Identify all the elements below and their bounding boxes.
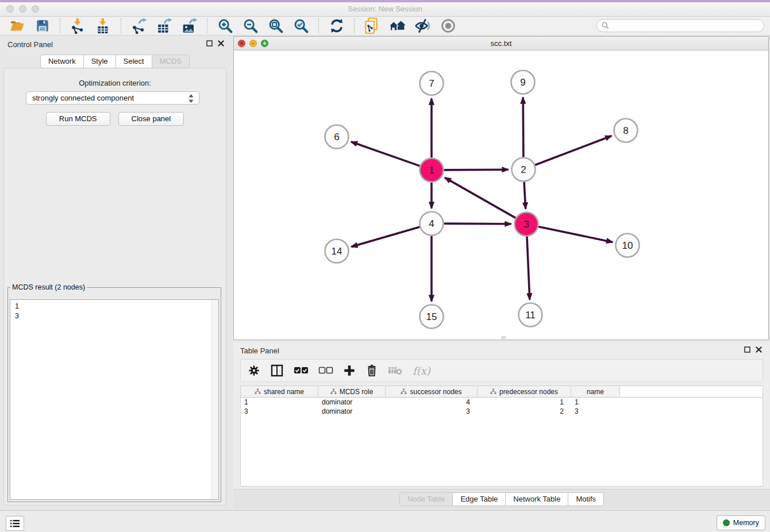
run-mcds-button[interactable]: Run MCDS	[46, 112, 110, 126]
graph-node-14[interactable]: 14	[325, 240, 349, 263]
cell-shared-name[interactable]: 3	[241, 407, 318, 416]
show-all-icon[interactable]	[438, 17, 458, 34]
cell-name[interactable]: 1	[571, 398, 620, 407]
main-toolbar	[0, 17, 770, 36]
float-table-panel-icon[interactable]	[744, 346, 750, 353]
column-header-predecessor-nodes[interactable]: predecessor nodes	[478, 386, 571, 397]
table-row[interactable]: 3dominator323	[241, 407, 763, 416]
edge-3-1[interactable]	[445, 178, 515, 218]
cell-predecessor-nodes[interactable]: 1	[478, 398, 571, 407]
column-header-mcds-role[interactable]: MCDS role	[318, 386, 386, 397]
column-visibility-icon[interactable]	[270, 362, 284, 379]
tab-select[interactable]: Select	[116, 55, 152, 68]
close-panel-button[interactable]: Close panel	[118, 112, 184, 126]
zoom-fit-icon[interactable]	[266, 17, 286, 34]
tab-network-table[interactable]: Network Table	[505, 492, 568, 506]
cell-name[interactable]: 3	[571, 407, 620, 416]
open-session-icon[interactable]	[7, 17, 27, 34]
tab-edge-table[interactable]: Edge Table	[452, 492, 506, 506]
cell-successor-nodes[interactable]: 3	[386, 407, 478, 416]
graph-node-3[interactable]: 3	[515, 213, 538, 236]
edge-2-3[interactable]	[524, 182, 526, 209]
edge-1-2[interactable]	[444, 169, 509, 170]
tab-node-table[interactable]: Node Table	[399, 492, 453, 506]
node-table[interactable]: shared nameMCDS rolesuccessor nodesprede…	[240, 385, 763, 487]
mcds-result-title: MCDS result (2 nodes)	[10, 283, 87, 291]
zoom-in-icon[interactable]	[215, 17, 235, 34]
table-row[interactable]: 1dominator411	[241, 398, 763, 407]
graph-node-4[interactable]: 4	[420, 212, 444, 236]
duplicate-network-icon[interactable]	[363, 17, 382, 34]
network-canvas[interactable]: 1234678910111415	[234, 51, 768, 340]
canvas-resize-grip[interactable]	[501, 336, 506, 339]
table-options-icon[interactable]	[248, 362, 260, 379]
delete-column-icon[interactable]	[365, 362, 378, 379]
export-network-icon[interactable]	[129, 17, 149, 34]
edge-2-9[interactable]	[523, 98, 523, 157]
graph-node-10[interactable]: 10	[616, 234, 640, 257]
task-history-button[interactable]	[6, 516, 24, 531]
svg-text:8: 8	[623, 125, 628, 136]
edge-2-8[interactable]	[535, 136, 611, 165]
graph-node-1[interactable]: 1	[420, 159, 444, 182]
hide-selected-icon[interactable]	[413, 17, 433, 34]
column-header-successor-nodes[interactable]: successor nodes	[386, 386, 478, 397]
edge-3-10[interactable]	[538, 226, 613, 242]
tab-mcds[interactable]: MCDS	[152, 55, 190, 68]
graph-node-2[interactable]: 2	[512, 158, 536, 182]
add-column-icon[interactable]	[343, 362, 356, 379]
tab-style[interactable]: Style	[83, 55, 116, 68]
zoom-selected-icon[interactable]	[291, 17, 311, 34]
edge-1-6[interactable]	[351, 142, 420, 166]
deselect-all-rows-icon[interactable]	[318, 362, 333, 379]
edge-3-11[interactable]	[527, 237, 530, 300]
memory-button[interactable]: Memory	[717, 515, 765, 530]
graph-node-8[interactable]: 8	[614, 119, 638, 142]
search-icon	[602, 22, 609, 29]
toolbar-separator	[318, 18, 319, 33]
search-field[interactable]	[596, 19, 764, 32]
search-input[interactable]	[612, 21, 764, 30]
toolbar-separator	[207, 18, 208, 33]
network-window-titlebar[interactable]: × − + scc.txt	[234, 37, 768, 51]
graph-node-9[interactable]: 9	[511, 71, 535, 94]
criterion-dropdown[interactable]: strongly connected component	[26, 91, 199, 105]
table-tabs-strip: Node TableEdge TableNetwork TableMotifs	[233, 489, 770, 509]
control-panel-tabs: NetworkStyleSelectMCDS	[0, 55, 230, 68]
select-all-rows-icon[interactable]	[294, 362, 309, 379]
tab-network[interactable]: Network	[40, 55, 84, 68]
column-header-name[interactable]: name	[571, 386, 620, 397]
cell-mcds-role[interactable]: dominator	[318, 407, 386, 416]
svg-text:7: 7	[429, 78, 434, 89]
edge-4-14[interactable]	[351, 227, 419, 247]
close-panel-icon[interactable]	[218, 40, 224, 47]
cell-successor-nodes[interactable]: 4	[386, 398, 478, 407]
edge-4-3[interactable]	[444, 223, 511, 224]
import-network-icon[interactable]	[68, 17, 88, 34]
cell-shared-name[interactable]: 1	[241, 398, 318, 407]
close-table-panel-icon[interactable]	[756, 346, 762, 353]
import-table-icon[interactable]	[94, 17, 113, 34]
delete-table-icon[interactable]	[388, 362, 403, 379]
cell-predecessor-nodes[interactable]: 2	[478, 407, 571, 416]
mcds-result-lines: 13	[15, 302, 19, 321]
graph-node-7[interactable]: 7	[420, 72, 444, 95]
table-header-row: shared nameMCDS rolesuccessor nodesprede…	[241, 386, 763, 398]
window-titlebar: Session: New Session	[0, 2, 770, 17]
export-image-icon[interactable]	[180, 17, 199, 34]
refresh-view-icon[interactable]	[327, 17, 346, 34]
graph-node-15[interactable]: 15	[420, 305, 444, 329]
column-header-shared-name[interactable]: shared name	[241, 386, 318, 397]
graph-node-11[interactable]: 11	[519, 303, 542, 327]
cell-mcds-role[interactable]: dominator	[318, 398, 386, 407]
graph-node-6[interactable]: 6	[325, 125, 349, 149]
float-panel-icon[interactable]	[206, 40, 213, 47]
export-table-icon[interactable]	[155, 17, 174, 34]
home-view-icon[interactable]	[388, 17, 407, 34]
zoom-out-icon[interactable]	[241, 17, 260, 34]
tab-motifs[interactable]: Motifs	[568, 492, 604, 506]
function-builder-icon[interactable]: f(x)	[413, 362, 430, 379]
save-session-icon[interactable]	[33, 17, 52, 34]
result-scrollbar[interactable]	[211, 300, 218, 499]
svg-text:10: 10	[622, 240, 633, 251]
